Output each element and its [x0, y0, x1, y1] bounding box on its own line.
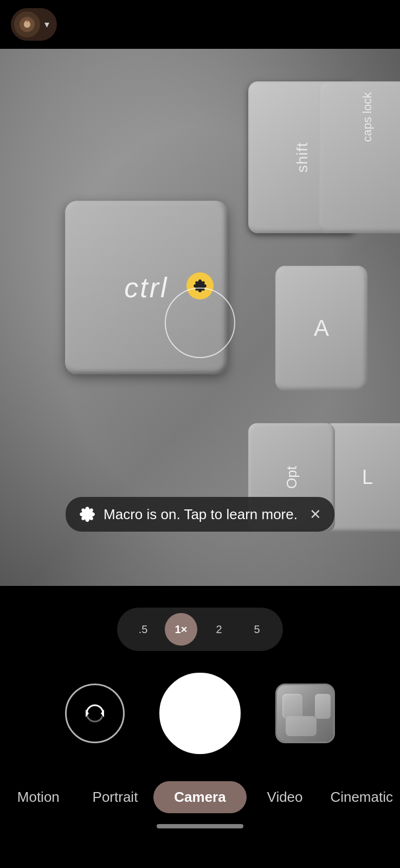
key-a: A: [275, 266, 367, 391]
key-caps-lock-label: caps lock: [360, 92, 375, 142]
svg-point-1: [26, 20, 28, 22]
macro-toast-icon: [79, 506, 96, 523]
svg-point-21: [85, 512, 90, 517]
key-l: L: [324, 423, 400, 532]
last-photo-button[interactable]: [275, 684, 335, 743]
macro-toast[interactable]: Macro is on. Tap to learn more. ✕: [66, 497, 334, 532]
key-opt-label: Opt: [283, 466, 300, 489]
flip-icon: [81, 700, 108, 727]
last-photo-thumbnail: [277, 685, 333, 742]
zoom-option-5[interactable]: .5: [127, 613, 159, 646]
macro-toast-message: Macro is on. Tap to learn more.: [104, 506, 298, 523]
flip-camera-button[interactable]: [65, 684, 125, 743]
shutter-row: [0, 673, 400, 754]
key-shift-label: shift: [294, 142, 311, 173]
bottom-controls: .51×25: [0, 591, 400, 868]
shutter-inner: [165, 679, 235, 748]
key-a-label: A: [314, 315, 329, 341]
mode-item-portrait[interactable]: Portrait: [77, 781, 154, 813]
home-indicator: [157, 824, 243, 828]
zoom-option-5[interactable]: 5: [241, 613, 273, 646]
top-bar: ▾: [0, 0, 400, 49]
chevron-down-icon: ▾: [44, 18, 49, 30]
focus-ring: [165, 288, 235, 358]
shutter-button[interactable]: [159, 673, 241, 754]
mode-item-video[interactable]: Video: [247, 781, 324, 813]
key-ctrl-label: ctrl: [124, 271, 168, 304]
key-caps-lock: caps lock: [319, 81, 400, 233]
macro-toast-close-button[interactable]: ✕: [309, 506, 321, 523]
zoom-option-2[interactable]: 2: [203, 613, 235, 646]
keyboard-background: shift caps lock ctrl A L Opt: [0, 49, 400, 586]
zoom-selector: .51×25: [117, 608, 283, 651]
mode-item-camera[interactable]: Camera: [153, 781, 246, 813]
mode-selector: MotionPortraitCameraVideoCinematic: [0, 781, 400, 813]
zoom-option-1x[interactable]: 1×: [165, 613, 197, 646]
viewfinder: shift caps lock ctrl A L Opt: [0, 49, 400, 586]
profile-button[interactable]: ▾: [11, 8, 57, 41]
mode-item-motion[interactable]: Motion: [0, 781, 77, 813]
macro-focus-indicator[interactable]: [165, 288, 235, 358]
mode-item-cinematic[interactable]: Cinematic: [323, 781, 400, 813]
avatar: [14, 11, 40, 37]
key-l-label: L: [362, 466, 373, 489]
